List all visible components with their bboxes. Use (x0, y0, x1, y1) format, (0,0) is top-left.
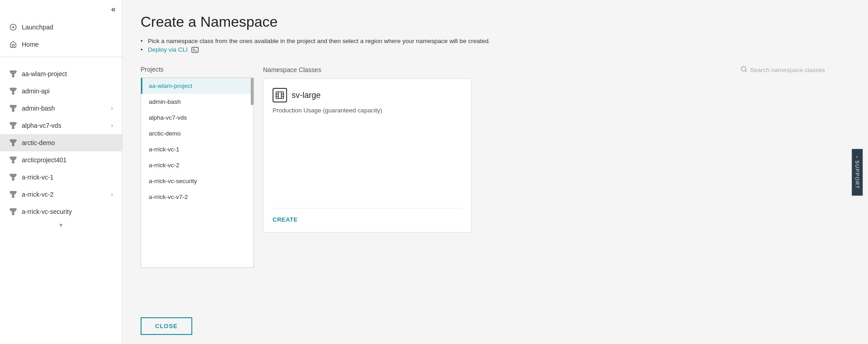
projects-panel: Projects aa-wlam-project admin-bash alph… (141, 66, 254, 308)
svg-rect-70 (10, 191, 12, 193)
sidebar-item-arctic-demo-label: arctic-demo (22, 139, 55, 146)
svg-rect-40 (10, 140, 12, 141)
network-icon-admin-api (9, 87, 17, 95)
svg-rect-21 (12, 105, 14, 107)
svg-rect-14 (12, 93, 14, 94)
sidebar-scroll-down[interactable]: ▼ (0, 220, 122, 230)
svg-rect-11 (12, 88, 14, 89)
svg-rect-41 (12, 140, 14, 141)
instruction-1: Pick a namespace class from the ones ava… (141, 38, 850, 44)
project-item-alpha-vc7-vds[interactable]: alpha-vc7-vds (141, 110, 254, 126)
project-item-a-rrick-vc-v7-2[interactable]: a-rrick-vc-v7-2 (141, 189, 254, 205)
svg-rect-81 (12, 208, 14, 210)
sidebar-item-arcticproject401[interactable]: arcticproject401 (0, 151, 122, 169)
svg-point-92 (741, 67, 746, 71)
svg-rect-2 (15, 71, 16, 72)
deploy-cli-link[interactable]: Deploy via CLI (148, 46, 199, 53)
sidebar-item-alpha-vc7-vds-label: alpha-vc7-vds (22, 122, 61, 129)
project-item-a-rrick-vc-security[interactable]: a-rrick-vc-security (141, 173, 254, 189)
chevron-left-icon-support: ‹ (856, 154, 858, 159)
sidebar-item-arctic-demo[interactable]: arctic-demo (0, 134, 122, 151)
project-item-aa-wlam-project[interactable]: aa-wlam-project (141, 78, 254, 94)
sidebar: « Launchpad Home (0, 0, 122, 344)
ns-class-card-sv-large: sv-large Production Usage (guaranteed ca… (263, 78, 472, 233)
sidebar-item-home[interactable]: Home (0, 36, 122, 53)
page-instructions: Pick a namespace class from the ones ava… (141, 38, 850, 55)
sidebar-item-launchpad[interactable]: Launchpad (0, 19, 122, 36)
svg-rect-60 (10, 174, 12, 175)
ns-card-icon (273, 88, 287, 102)
sidebar-item-admin-api[interactable]: admin-api (0, 82, 122, 100)
svg-line-93 (745, 71, 746, 72)
support-tab[interactable]: ‹ SUPPORT (852, 149, 863, 195)
svg-rect-1 (12, 71, 14, 72)
svg-rect-82 (15, 208, 16, 210)
projects-list-container: aa-wlam-project admin-bash alpha-vc7-vds… (141, 78, 254, 268)
ns-search-container (741, 66, 841, 74)
svg-rect-4 (12, 76, 14, 77)
support-label: SUPPORT (855, 160, 860, 189)
svg-rect-30 (10, 122, 12, 124)
close-button[interactable]: CLOSE (141, 317, 192, 335)
network-icon-a-rrick-vc-2 (9, 190, 17, 199)
page-title: Create a Namespace (141, 14, 850, 30)
svg-rect-0 (10, 71, 12, 72)
sidebar-item-admin-bash-label: admin-bash (22, 105, 55, 112)
network-icon-alpha-vc7-vds (9, 121, 17, 130)
project-item-a-rrick-vc-2[interactable]: a-rrick-vc-2 (141, 157, 254, 173)
network-icon-arcticproject401 (9, 156, 17, 164)
search-input[interactable] (750, 67, 841, 73)
sidebar-item-alpha-vc7-vds[interactable]: alpha-vc7-vds › (0, 117, 122, 134)
svg-rect-20 (10, 105, 12, 107)
svg-rect-34 (12, 127, 14, 129)
home-icon (9, 40, 17, 48)
collapse-button[interactable]: « (0, 0, 122, 19)
projects-scrollbar-thumb[interactable] (251, 78, 254, 105)
svg-rect-62 (15, 174, 16, 175)
svg-rect-50 (10, 157, 12, 158)
create-button[interactable]: CREATE (273, 216, 297, 223)
projects-scroll[interactable]: aa-wlam-project admin-bash alpha-vc7-vds… (141, 78, 254, 267)
sidebar-item-home-label: Home (22, 41, 39, 48)
instruction-2: Deploy via CLI (141, 46, 850, 53)
rocket-icon (9, 23, 17, 31)
project-item-arctic-demo[interactable]: arctic-demo (141, 126, 254, 141)
ns-card-footer: CREATE (273, 208, 462, 223)
svg-rect-61 (12, 174, 14, 175)
svg-rect-71 (12, 191, 14, 193)
ns-card-title: sv-large (292, 91, 321, 100)
svg-rect-22 (15, 105, 16, 107)
svg-rect-32 (15, 122, 16, 124)
svg-rect-64 (12, 179, 14, 180)
svg-rect-52 (15, 157, 16, 158)
sidebar-item-aa-wlam-project[interactable]: aa-wlam-project (0, 65, 122, 82)
sidebar-divider (0, 57, 122, 57)
svg-rect-42 (15, 140, 16, 141)
svg-rect-80 (10, 208, 12, 210)
svg-rect-51 (12, 157, 14, 158)
ns-classes-panel: Namespace Classes (254, 66, 850, 308)
sidebar-project-list: aa-wlam-project admin-api (0, 65, 122, 344)
project-item-admin-bash[interactable]: admin-bash (141, 94, 254, 110)
ns-classes-label: Namespace Classes (263, 66, 321, 73)
projects-label: Projects (141, 66, 254, 73)
sidebar-item-a-rrick-vc-2[interactable]: a-rrick-vc-2 › (0, 186, 122, 203)
svg-rect-12 (15, 88, 16, 89)
chevron-right-icon-3: › (111, 191, 113, 198)
sidebar-item-a-rrick-vc-1[interactable]: a-rrick-vc-1 (0, 169, 122, 186)
network-icon-aa-wlam (9, 70, 17, 78)
sidebar-item-a-rrick-vc-security[interactable]: a-rrick-vc-security (0, 203, 122, 220)
network-icon-a-rrick-vc-1 (9, 173, 17, 181)
collapse-icon: « (111, 5, 116, 14)
ns-card-header: sv-large (273, 88, 462, 102)
content-area: Projects aa-wlam-project admin-bash alph… (141, 66, 850, 308)
sidebar-item-admin-bash[interactable]: admin-bash › (0, 100, 122, 117)
sidebar-item-arcticproject401-label: arcticproject401 (22, 156, 67, 164)
svg-rect-24 (12, 110, 14, 111)
sidebar-item-launchpad-label: Launchpad (22, 24, 53, 31)
project-item-a-rrick-vc-1[interactable]: a-rrick-vc-1 (141, 141, 254, 157)
sidebar-nav: Launchpad Home (0, 19, 122, 65)
network-icon-admin-bash (9, 104, 17, 112)
svg-rect-72 (15, 191, 16, 193)
ns-classes-header: Namespace Classes (263, 66, 841, 74)
